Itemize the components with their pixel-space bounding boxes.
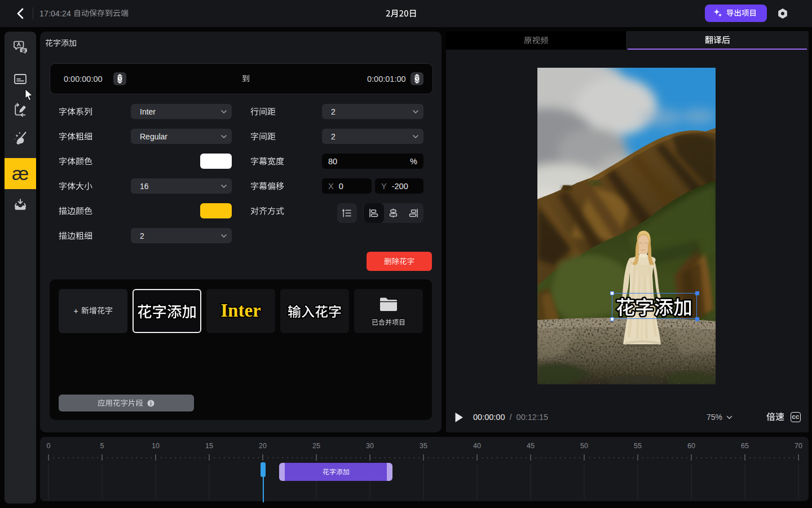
svg-text:Inter: Inter	[220, 300, 261, 321]
